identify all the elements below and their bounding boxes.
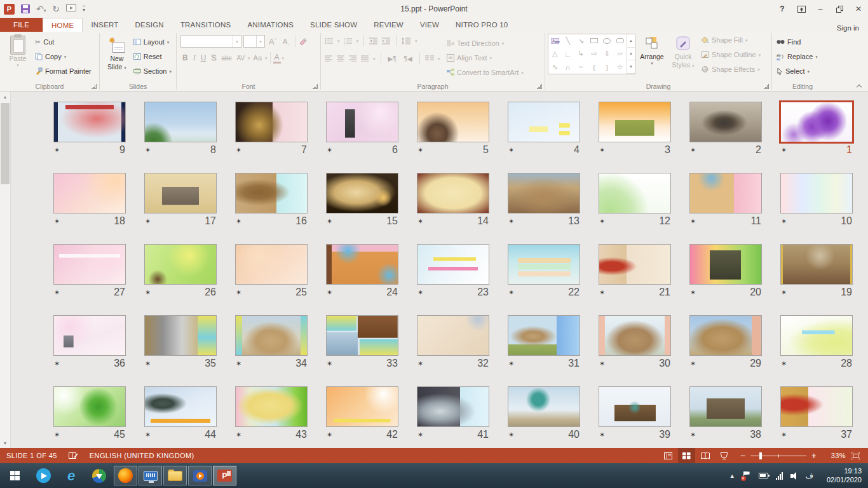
close-button[interactable]: ✕ <box>849 0 868 18</box>
transition-star-icon[interactable]: ✶ <box>690 431 696 439</box>
parallelogram-shape-icon[interactable]: ▱ <box>618 50 623 58</box>
transition-star-icon[interactable]: ✶ <box>599 360 605 368</box>
battery-icon[interactable] <box>759 473 768 478</box>
slide-thumbnail[interactable] <box>326 244 398 285</box>
transition-star-icon[interactable]: ✶ <box>508 431 514 439</box>
slide-thumbnail[interactable] <box>417 173 489 214</box>
slide-thumbnail[interactable] <box>417 102 489 142</box>
change-case-icon[interactable]: Aa <box>252 54 264 62</box>
slide-thumbnail[interactable] <box>53 102 126 142</box>
taskbar-media-player-icon[interactable] <box>188 466 212 485</box>
underline-icon[interactable]: U <box>199 53 208 62</box>
shapes-scroll-down-icon[interactable]: ▼ <box>627 48 635 61</box>
new-slide-button[interactable]: ✹ New Slide ▾ <box>102 34 132 80</box>
text-box-shape-icon[interactable]: A▬ <box>551 38 559 44</box>
transition-star-icon[interactable]: ✶ <box>236 288 241 297</box>
scroll-up-icon[interactable]: ▲ <box>0 92 10 102</box>
clear-formatting-icon[interactable]: A <box>299 37 308 45</box>
quick-styles-button[interactable]: Quick Styles ▾ <box>668 32 698 76</box>
align-text-button[interactable]: Align Text▾ <box>445 51 526 65</box>
taskbar-download-manager-icon[interactable] <box>86 466 112 486</box>
scrollbar-thumb[interactable] <box>1 103 10 184</box>
slide-counter[interactable]: SLIDE 1 OF 45 <box>6 452 57 459</box>
select-button[interactable]: Select▾ <box>775 64 820 78</box>
transition-star-icon[interactable]: ✶ <box>599 146 605 154</box>
zoom-slider[interactable] <box>750 456 806 456</box>
slide-thumbnail[interactable] <box>599 102 671 142</box>
redo-icon[interactable]: ↻ <box>52 4 60 13</box>
slide-thumbnail[interactable] <box>780 102 853 142</box>
transition-star-icon[interactable]: ✶ <box>417 360 423 368</box>
slide-thumbnail[interactable] <box>599 244 671 285</box>
transition-star-icon[interactable]: ✶ <box>690 146 696 154</box>
bullets-icon[interactable] <box>325 37 334 44</box>
tray-show-hidden-icons[interactable]: ▲ <box>729 473 735 479</box>
line-shape-icon[interactable]: ╲ <box>566 37 570 45</box>
shape-outline-button[interactable]: Shape Outline▾ <box>699 48 763 62</box>
shapes-scroll-up-icon[interactable]: ▲ <box>627 34 635 48</box>
slide-thumbnail[interactable] <box>599 315 671 356</box>
rectangle-shape-icon[interactable] <box>590 38 598 43</box>
right-brace-shape-icon[interactable]: } <box>606 64 608 71</box>
slide-thumbnail[interactable] <box>599 386 671 427</box>
slide-thumbnail[interactable] <box>417 315 489 356</box>
grow-font-icon[interactable]: Aʾ <box>267 37 279 46</box>
slide-thumbnail[interactable] <box>144 173 217 214</box>
arc-shape-icon[interactable]: ∩ <box>566 64 571 71</box>
tab-nitro-pro[interactable]: NITRO PRO 10 <box>447 18 516 32</box>
bold-icon[interactable]: B <box>180 53 190 62</box>
transition-star-icon[interactable]: ✶ <box>327 431 332 439</box>
rounded-rectangle-shape-icon[interactable] <box>616 38 624 43</box>
right-arrow-shape-icon[interactable]: ⇨ <box>591 50 597 58</box>
slide-thumbnail[interactable] <box>599 173 671 214</box>
align-left-icon[interactable] <box>325 55 333 62</box>
align-center-icon[interactable] <box>337 55 345 62</box>
convert-to-smartart-button[interactable]: Convert to SmartArt▾ <box>445 65 526 79</box>
line-spacing-icon[interactable] <box>402 37 411 44</box>
find-button[interactable]: Find <box>775 35 820 49</box>
transition-star-icon[interactable]: ✶ <box>599 217 605 226</box>
transition-star-icon[interactable]: ✶ <box>145 288 151 297</box>
help-icon[interactable]: ? <box>773 0 792 18</box>
slide-thumbnail[interactable] <box>780 386 853 427</box>
keyboard-language-indicator[interactable]: ف <box>806 471 813 480</box>
slide-thumbnail[interactable] <box>508 102 580 142</box>
font-color-icon[interactable]: A <box>273 53 281 64</box>
transition-star-icon[interactable]: ✶ <box>327 288 332 297</box>
slide-thumbnail[interactable] <box>326 173 398 214</box>
transition-star-icon[interactable]: ✶ <box>236 431 241 439</box>
layout-button[interactable]: Layout▾ <box>132 35 173 49</box>
transition-star-icon[interactable]: ✶ <box>599 288 605 297</box>
shape-effects-button[interactable]: Shape Effects▾ <box>699 62 763 76</box>
transition-star-icon[interactable]: ✶ <box>417 146 423 154</box>
paragraph-dialog-launcher-icon[interactable] <box>537 84 542 89</box>
transition-star-icon[interactable]: ✶ <box>327 146 332 154</box>
normal-view-icon[interactable] <box>660 448 677 463</box>
slide-thumbnail[interactable] <box>53 386 126 427</box>
save-icon[interactable] <box>21 4 30 13</box>
minimize-button[interactable]: – <box>811 0 830 18</box>
slide-thumbnail[interactable] <box>144 102 217 142</box>
text-direction-button[interactable]: AText Direction▾ <box>445 36 526 50</box>
columns-icon[interactable] <box>425 55 434 62</box>
tab-animations[interactable]: ANIMATIONS <box>239 18 302 32</box>
shapes-gallery[interactable]: A▬ ╲ ↘ △ ∟ ↳ ⇨ ⇩ ▱ ∿ ∩ ∼ <box>548 34 635 74</box>
transition-star-icon[interactable]: ✶ <box>236 217 241 226</box>
transition-star-icon[interactable]: ✶ <box>508 360 514 368</box>
italic-icon[interactable]: I <box>191 53 198 63</box>
slide-thumbnail[interactable] <box>689 315 762 356</box>
ltr-direction-icon[interactable]: ▶¶ <box>386 55 398 62</box>
slide-thumbnail[interactable] <box>235 386 308 427</box>
restore-button[interactable] <box>830 0 849 18</box>
transition-star-icon[interactable]: ✶ <box>690 360 696 368</box>
transition-star-icon[interactable]: ✶ <box>327 217 332 226</box>
slide-thumbnail[interactable] <box>326 386 398 427</box>
slide-thumbnail[interactable] <box>417 244 489 285</box>
slide-thumbnail[interactable] <box>508 244 580 285</box>
decrease-indent-icon[interactable] <box>369 37 378 44</box>
tab-insert[interactable]: INSERT <box>83 18 126 32</box>
slide-show-view-icon[interactable] <box>715 448 733 463</box>
slide-thumbnail[interactable] <box>53 173 126 214</box>
taskbar-clock[interactable]: 19:13 02/01/2020 <box>821 467 862 485</box>
shrink-font-icon[interactable]: Aˏ <box>281 37 292 45</box>
